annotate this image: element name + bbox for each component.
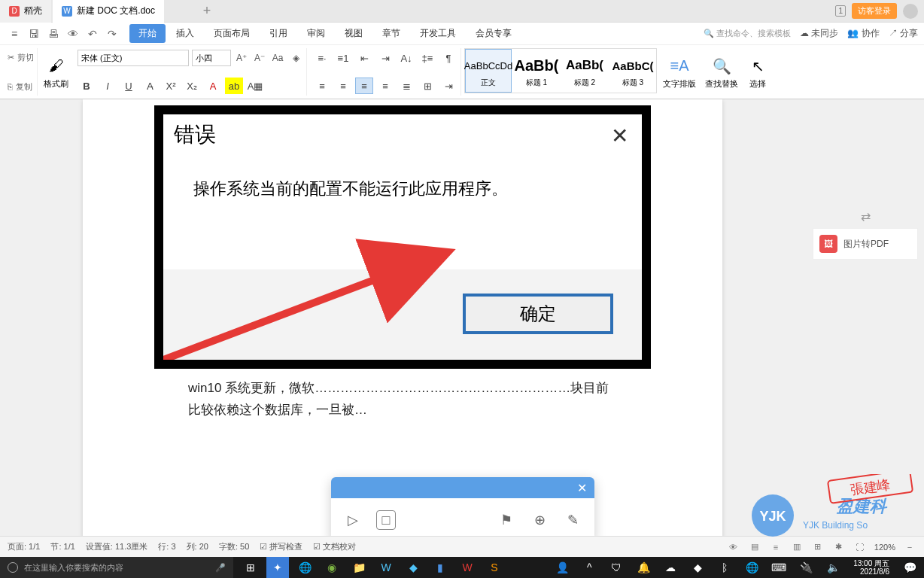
align-center-button[interactable]: ≡ bbox=[334, 78, 352, 94]
eye-icon[interactable]: 👁 bbox=[727, 540, 740, 554]
image-to-pdf-button[interactable]: 🖼 图片转PDF bbox=[813, 228, 918, 260]
tray-bt-icon[interactable]: ᛒ bbox=[713, 557, 736, 578]
text-layout-button[interactable]: ≡A 文字排版 bbox=[660, 48, 699, 96]
line-spacing-button[interactable]: ‡≡ bbox=[418, 50, 436, 66]
indent-inc-button[interactable]: ⇥ bbox=[376, 50, 394, 66]
strike-button[interactable]: A̵ bbox=[141, 78, 159, 94]
notification-icon[interactable]: 💬 bbox=[898, 557, 921, 578]
shading-button[interactable]: A▦ bbox=[246, 78, 264, 94]
wps-icon[interactable]: W bbox=[456, 557, 479, 578]
menu-file-icon[interactable]: ≡ bbox=[6, 26, 23, 42]
tray-cloud-icon[interactable]: ☁ bbox=[659, 557, 682, 578]
tab-button[interactable]: ⇥ bbox=[439, 78, 457, 94]
tray-power-icon[interactable]: 🔌 bbox=[795, 557, 817, 578]
status-words[interactable]: 字数: 50 bbox=[219, 541, 249, 552]
floating-toolbar-header[interactable]: ✕ bbox=[331, 477, 594, 498]
menu-tab-start[interactable]: 开始 bbox=[129, 24, 166, 43]
menu-tab-view[interactable]: 视图 bbox=[336, 24, 372, 43]
tray-up-icon[interactable]: ^ bbox=[578, 557, 600, 578]
zoom-level[interactable]: 120% bbox=[874, 543, 895, 552]
style-heading3[interactable]: AaBbC( 标题 3 bbox=[609, 49, 656, 93]
subscript-button[interactable]: X₂ bbox=[183, 78, 201, 94]
explorer-icon[interactable]: 📁 bbox=[348, 557, 370, 578]
phone-icon[interactable]: ▮ bbox=[429, 557, 451, 578]
people-icon[interactable]: 👤 bbox=[551, 557, 573, 578]
save-icon[interactable]: 🖫 bbox=[26, 26, 42, 42]
command-search[interactable]: 🔍 查找命令、搜索模板 bbox=[704, 28, 791, 39]
select-button[interactable]: ↖ 选择 bbox=[744, 48, 771, 96]
menu-tab-vip[interactable]: 会员专享 bbox=[467, 24, 521, 43]
find-replace-button[interactable]: 🔍 查找替换 bbox=[702, 48, 741, 96]
menu-tab-review[interactable]: 审阅 bbox=[298, 24, 334, 43]
underline-button[interactable]: U bbox=[120, 78, 138, 94]
new-tab-button[interactable]: + bbox=[196, 3, 218, 19]
font-family-select[interactable] bbox=[78, 50, 189, 66]
view-outline-icon[interactable]: ≡ bbox=[769, 540, 783, 554]
align-justify-button[interactable]: ≡ bbox=[376, 78, 394, 94]
stop-icon[interactable]: □ bbox=[376, 510, 396, 530]
floating-recorder-toolbar[interactable]: ✕ ▷ □ ⚑ ⊕ ✎ bbox=[331, 477, 594, 536]
collab-button[interactable]: 👥 协作 bbox=[847, 27, 879, 40]
sync-status[interactable]: ☁ 未同步 bbox=[800, 27, 838, 40]
zoom-icon[interactable]: ⊕ bbox=[530, 510, 549, 530]
view-web-icon[interactable]: ⊞ bbox=[811, 540, 825, 554]
print-icon[interactable]: 🖶 bbox=[45, 26, 62, 42]
play-icon[interactable]: ▷ bbox=[343, 510, 363, 530]
bold-button[interactable]: B bbox=[78, 78, 96, 94]
tray-kb-icon[interactable]: ⌨ bbox=[767, 557, 790, 578]
mic-icon[interactable]: 🎤 bbox=[215, 563, 226, 573]
undo-icon[interactable]: ↶ bbox=[84, 26, 101, 42]
taskbar-clock[interactable]: 13:00 周五 2021/8/6 bbox=[849, 559, 894, 576]
app-icon[interactable]: ✦ bbox=[266, 557, 289, 578]
align-left-button[interactable]: ≡ bbox=[313, 78, 331, 94]
guest-login-button[interactable]: 访客登录 bbox=[852, 3, 897, 19]
tray-shield-icon[interactable]: 🛡 bbox=[605, 557, 628, 578]
style-heading2[interactable]: AaBb( 标题 2 bbox=[561, 49, 608, 93]
avatar[interactable] bbox=[903, 4, 918, 19]
format-painter-button[interactable]: 🖌 格式刷 bbox=[41, 48, 71, 96]
tab-daoke[interactable]: D 稻壳 bbox=[0, 0, 51, 23]
menu-tab-ref[interactable]: 引用 bbox=[260, 24, 296, 43]
task-view-icon[interactable]: ⊞ bbox=[239, 557, 262, 578]
zoom-out-icon[interactable]: − bbox=[903, 540, 916, 554]
menu-tab-chapter[interactable]: 章节 bbox=[373, 24, 409, 43]
pencil-icon[interactable]: ✎ bbox=[563, 510, 582, 530]
view-read-icon[interactable]: ▥ bbox=[790, 540, 804, 554]
tray-bell-icon[interactable]: 🔔 bbox=[632, 557, 655, 578]
document-body-text[interactable]: win10 系统更新，微软……………………………………………………块目前比较依赖… bbox=[83, 378, 722, 421]
style-heading1[interactable]: AaBb( 标题 1 bbox=[513, 49, 560, 93]
share-button[interactable]: ↗ 分享 bbox=[889, 27, 918, 40]
indent-dec-button[interactable]: ⇤ bbox=[355, 50, 373, 66]
page[interactable]: 错误 ✕ 操作系统当前的配置不能运行此应用程序。 确定 win10 系统更新，微… bbox=[83, 99, 722, 536]
tray-app-icon[interactable]: ◆ bbox=[686, 557, 709, 578]
font-size-select[interactable] bbox=[192, 50, 231, 66]
highlight-button[interactable]: ab bbox=[225, 78, 243, 94]
cut-button[interactable]: ✂ 剪切 bbox=[8, 50, 34, 65]
browser-icon[interactable]: ◉ bbox=[321, 557, 343, 578]
align-right-button[interactable]: ≡ bbox=[355, 78, 373, 94]
fit-icon[interactable]: ⛶ bbox=[853, 540, 867, 554]
chrome-icon[interactable]: 🌐 bbox=[293, 557, 316, 578]
close-icon[interactable]: ✕ bbox=[577, 481, 587, 495]
menu-tab-insert[interactable]: 插入 bbox=[167, 24, 203, 43]
menu-tab-layout[interactable]: 页面布局 bbox=[205, 24, 259, 43]
panel-collapse-icon[interactable]: ⇄ bbox=[813, 205, 918, 228]
font-color-button[interactable]: A bbox=[204, 78, 222, 94]
numbering-button[interactable]: ≡1 bbox=[334, 50, 352, 66]
superscript-button[interactable]: X² bbox=[162, 78, 180, 94]
settings-icon[interactable]: ✱ bbox=[832, 540, 846, 554]
borders-button[interactable]: ⊞ bbox=[418, 78, 436, 94]
marker-icon[interactable]: ⚑ bbox=[497, 510, 516, 530]
tray-vol-icon[interactable]: 🔈 bbox=[822, 557, 844, 578]
copy-button[interactable]: ⎘ 复制 bbox=[8, 79, 34, 94]
status-page[interactable]: 页面: 1/1 bbox=[8, 541, 40, 552]
tab-document[interactable]: W 新建 DOC 文档.doc bbox=[53, 0, 164, 23]
bullets-button[interactable]: ≡· bbox=[313, 50, 331, 66]
status-proof[interactable]: ☑ 文档校对 bbox=[313, 541, 356, 552]
app2-icon[interactable]: ◆ bbox=[402, 557, 424, 578]
yjk-icon[interactable]: W bbox=[375, 557, 397, 578]
view-page-icon[interactable]: ▤ bbox=[748, 540, 761, 554]
redo-icon[interactable]: ↷ bbox=[104, 26, 120, 42]
distribute-button[interactable]: ≣ bbox=[397, 78, 415, 94]
status-spell[interactable]: ☑ 拼写检查 bbox=[260, 541, 302, 552]
